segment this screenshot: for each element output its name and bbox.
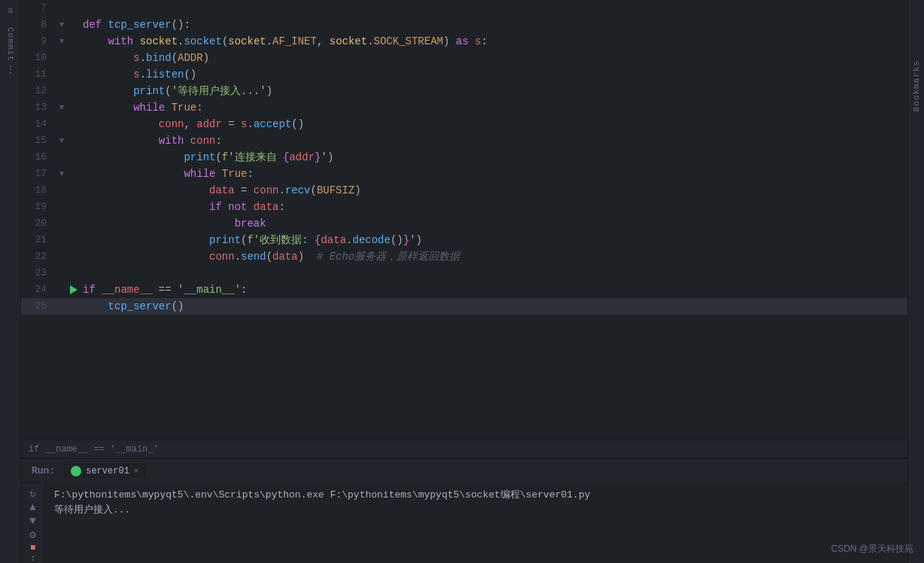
settings-button[interactable]: ⚙ xyxy=(25,528,41,541)
line-num-16: 16 xyxy=(21,149,56,166)
code-line-25: 25 tcp_server() xyxy=(21,298,907,315)
line-content-13: while True: xyxy=(80,99,907,116)
code-line-22: 22 conn.send(data) # Echo服务器，原样返回数据 xyxy=(21,248,907,265)
tab-name: server01 xyxy=(86,466,129,476)
fold-9[interactable]: ▼ xyxy=(56,33,68,50)
line-num-25: 25 xyxy=(21,298,56,315)
run-output-line-1: F:\pythonitems\mypyqt5\.env\Scripts\pyth… xyxy=(54,488,898,503)
line-num-20: 20 xyxy=(21,215,56,232)
code-line-7: 7 xyxy=(21,0,907,17)
code-lines: 7 8 ▼ def tcp_server(): 9 ▼ with socket.… xyxy=(21,0,907,440)
code-line-10: 10 s.bind(ADDR) xyxy=(21,50,907,66)
code-line-11: 11 s.listen() xyxy=(21,66,907,83)
line-num-15: 15 xyxy=(21,132,56,149)
sidebar-git-icon[interactable]: ⋮ xyxy=(2,62,19,78)
tab-close-icon[interactable]: × xyxy=(134,467,139,476)
tab-python-icon xyxy=(71,466,81,476)
run-panel: Run: server01 × ↻ ▲ ▼ ⚙ ■ ⋮ F xyxy=(21,458,907,563)
run-24 xyxy=(68,285,80,294)
run-label: Run: xyxy=(26,465,61,476)
line-num-12: 12 xyxy=(21,83,56,99)
run-output: F:\pythonitems\mypyqt5\.env\Scripts\pyth… xyxy=(45,483,907,563)
code-line-14: 14 conn, addr = s.accept() xyxy=(21,116,907,132)
line-num-13: 13 xyxy=(21,99,56,116)
bookmarks-label: Bookmarks xyxy=(912,60,921,111)
fold-17[interactable]: ▼ xyxy=(56,166,68,182)
code-line-19: 19 if not data: xyxy=(21,199,907,215)
code-line-16: 16 print(f'连接来自 {addr}') xyxy=(21,149,907,166)
line-num-21: 21 xyxy=(21,232,56,248)
bookmarks-sidebar: Bookmarks xyxy=(907,0,924,563)
line-content-24: if __name__ == '__main__': xyxy=(80,282,907,298)
rerun-button[interactable]: ↻ xyxy=(25,487,41,500)
line-num-17: 17 xyxy=(21,166,56,182)
code-line-8: 8 ▼ def tcp_server(): xyxy=(21,17,907,33)
bookmark-button[interactable]: ⋮ xyxy=(25,554,41,563)
run-panel-tabs: Run: server01 × xyxy=(21,459,907,483)
scroll-down-button[interactable]: ▼ xyxy=(25,515,41,527)
line-num-18: 18 xyxy=(21,182,56,199)
line-num-7: 7 xyxy=(21,0,56,17)
svg-point-0 xyxy=(73,468,79,474)
line-content-16: print(f'连接来自 {addr}') xyxy=(80,149,907,166)
run-toolbar-side: ↻ ▲ ▼ ⚙ ■ ⋮ xyxy=(21,483,45,563)
line-content-20: break xyxy=(80,215,907,232)
line-content-11: s.listen() xyxy=(80,66,907,83)
code-line-21: 21 print(f'收到数据: {data.decode()}') xyxy=(21,232,907,248)
line-content-22: conn.send(data) # Echo服务器，原样返回数据 xyxy=(80,248,907,265)
line-num-23: 23 xyxy=(21,265,56,282)
line-content-19: if not data: xyxy=(80,199,907,215)
scroll-up-button[interactable]: ▲ xyxy=(25,501,41,513)
line-num-9: 9 xyxy=(21,33,56,50)
line-content-25: tcp_server() xyxy=(80,298,907,315)
run-output-line-2: 等待用户接入... xyxy=(54,503,898,518)
breadcrumb-bar: if __name__ == '__main_' xyxy=(21,440,907,458)
line-content-21: print(f'收到数据: {data.decode()}') xyxy=(80,232,907,248)
sidebar-menu-icon[interactable]: ≡ xyxy=(2,3,19,20)
fold-15[interactable]: ▼ xyxy=(56,132,68,149)
line-content-10: s.bind(ADDR) xyxy=(80,50,907,66)
code-line-20: 20 break xyxy=(21,215,907,232)
line-num-14: 14 xyxy=(21,116,56,132)
line-content-17: while True: xyxy=(80,166,907,182)
code-editor: 7 8 ▼ def tcp_server(): 9 ▼ with socket.… xyxy=(21,0,907,440)
code-line-9: 9 ▼ with socket.socket(socket.AF_INET, s… xyxy=(21,33,907,50)
fold-13[interactable]: ▼ xyxy=(56,99,68,116)
main-area: 7 8 ▼ def tcp_server(): 9 ▼ with socket.… xyxy=(21,0,907,563)
code-line-24: 24 if __name__ == '__main__': xyxy=(21,282,907,298)
line-content-15: with conn: xyxy=(80,132,907,149)
line-num-24: 24 xyxy=(21,282,56,298)
code-line-12: 12 print('等待用户接入...') xyxy=(21,83,907,99)
line-content-12: print('等待用户接入...') xyxy=(80,83,907,99)
watermark: CSDN @景天科技苑 xyxy=(831,543,913,555)
code-line-18: 18 data = conn.recv(BUFSIZ) xyxy=(21,182,907,199)
fold-8[interactable]: ▼ xyxy=(56,17,68,33)
line-num-10: 10 xyxy=(21,50,56,66)
line-content-14: conn, addr = s.accept() xyxy=(80,116,907,132)
line-num-8: 8 xyxy=(21,17,56,33)
code-line-23: 23 xyxy=(21,265,907,282)
breadcrumb-text: if __name__ == '__main_' xyxy=(29,444,159,455)
code-line-13: 13 ▼ while True: xyxy=(21,99,907,116)
commit-label: Commit xyxy=(6,27,15,62)
code-line-17: 17 ▼ while True: xyxy=(21,166,907,182)
run-tab-server01[interactable]: server01 × xyxy=(64,464,145,478)
left-sidebar: ≡ Commit ⋮ xyxy=(0,0,21,563)
stop-button[interactable]: ■ xyxy=(25,543,41,553)
code-line-15: 15 ▼ with conn: xyxy=(21,132,907,149)
line-content-18: data = conn.recv(BUFSIZ) xyxy=(80,182,907,199)
line-num-22: 22 xyxy=(21,248,56,265)
line-content-8: def tcp_server(): xyxy=(80,17,907,33)
line-num-19: 19 xyxy=(21,199,56,215)
line-content-9: with socket.socket(socket.AF_INET, socke… xyxy=(80,33,907,50)
line-num-11: 11 xyxy=(21,66,56,83)
run-content-area: ↻ ▲ ▼ ⚙ ■ ⋮ F:\pythonitems\mypyqt5\.env\… xyxy=(21,483,907,563)
